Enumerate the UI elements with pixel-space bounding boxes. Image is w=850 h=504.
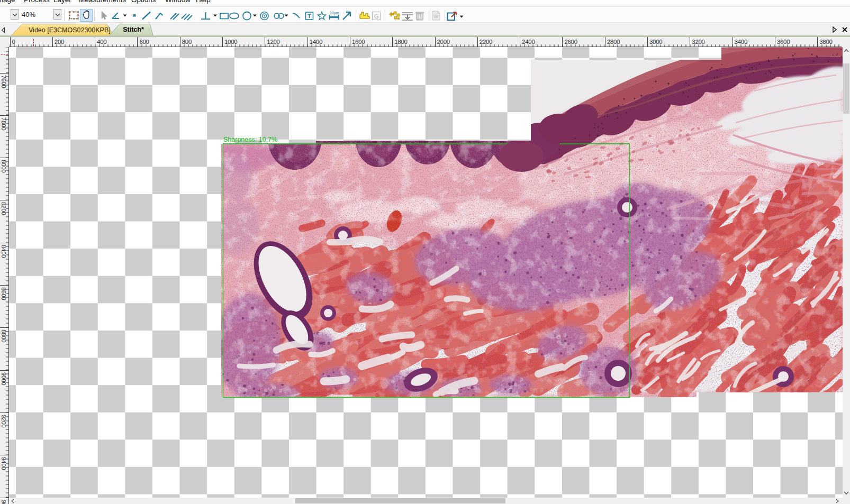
svg-text:Sharpness: 10.7%: Sharpness: 10.7% (223, 136, 277, 143)
